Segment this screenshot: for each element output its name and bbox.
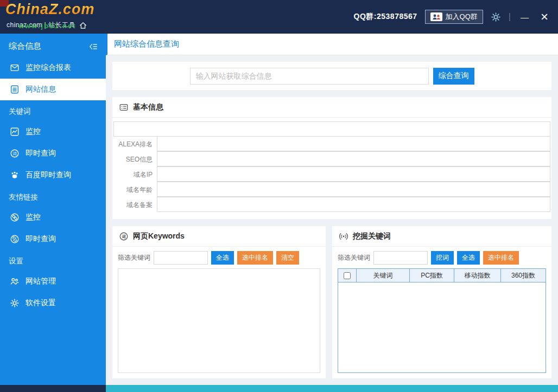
titlebar-controls: QQ群:253878567 加入QQ群 | — ×: [354, 10, 558, 24]
keyword-mining-panel: 挖掘关键词 筛选关键词 挖词 全选 选中排名: [332, 226, 551, 378]
qq-penguins-icon: [430, 12, 442, 21]
select-all-checkbox[interactable]: [344, 272, 351, 279]
minimize-button[interactable]: —: [518, 12, 531, 22]
column-header-pc-index[interactable]: PC指数: [410, 269, 454, 282]
mining-select-all-button[interactable]: 全选: [457, 251, 480, 265]
keywords-circle-icon: 词: [119, 232, 129, 241]
content: 综合查询 基本信息: [106, 55, 558, 385]
keywords-filter-label: 筛选关键词: [118, 253, 150, 262]
app-window: ChinaZ.com chinaz.com | 站长工具 www.jb51.ne…: [0, 0, 558, 392]
keyword-mining-header: 挖掘关键词: [332, 226, 551, 247]
sidebar-item-label: 监控: [26, 213, 41, 222]
domain-ip-field: [157, 166, 550, 182]
collapse-sidebar-icon[interactable]: [88, 42, 98, 51]
link-circle-icon: [10, 234, 20, 244]
domain-ip-label: 域名IP: [113, 167, 157, 182]
chart-monitor-icon: [10, 127, 20, 137]
basic-info-body: ALEXA排名 SEO信息 域名IP 域名年龄: [112, 118, 551, 219]
alexa-rank-label: ALEXA排名: [113, 137, 157, 152]
sidebar-item-baidu-instant-query[interactable]: 百度即时查询: [0, 164, 106, 186]
main-area: 网站综合信息查询 综合查询: [106, 34, 558, 385]
keywords-filter-input[interactable]: [154, 251, 208, 265]
sidebar-item-label: 即时查询: [26, 234, 56, 244]
sidebar-item-keyword-monitor[interactable]: 监控: [0, 121, 106, 143]
join-qq-group-button[interactable]: 加入QQ群: [425, 10, 483, 24]
domain-age-label: 域名年龄: [113, 182, 157, 197]
brand-logo-subtitle-text: chinaz.com | 站长工具: [7, 21, 75, 30]
bottom-strip: [0, 385, 558, 392]
basic-info-row: ALEXA排名: [113, 137, 550, 152]
comprehensive-query-button[interactable]: 综合查询: [433, 68, 474, 85]
sidebar-section-friend-links: 友情链接: [0, 186, 106, 207]
page-keywords-title: 网页Keywords: [133, 232, 185, 241]
keywords-selected-rank-button[interactable]: 选中排名: [237, 251, 273, 265]
link-square-icon: [10, 213, 20, 222]
word-circle-icon: 词: [10, 149, 20, 158]
sidebar-item-label: 即时查询: [26, 149, 56, 158]
home-icon[interactable]: [79, 21, 87, 30]
gear-icon: [10, 298, 20, 308]
basic-info-row: 域名备案: [113, 197, 550, 213]
join-qq-group-label: 加入QQ群: [446, 12, 478, 22]
keywords-list[interactable]: [118, 268, 320, 373]
site-url-input[interactable]: [190, 68, 429, 85]
sidebar-section-overview-label: 综合信息: [9, 41, 41, 52]
svg-text:词: 词: [12, 151, 16, 156]
sidebar-section-settings: 设置: [0, 250, 106, 271]
keywords-select-all-button[interactable]: 全选: [211, 251, 234, 265]
sidebar-item-software-settings[interactable]: 软件设置: [0, 292, 106, 314]
sidebar-section-overview: 综合信息: [0, 34, 106, 57]
mining-filter-label: 筛选关键词: [338, 253, 370, 262]
seo-info-label: SEO信息: [113, 152, 157, 167]
bottom-strip-right: [106, 385, 558, 392]
column-header-360-index[interactable]: 360指数: [501, 269, 546, 282]
mining-selected-rank-button[interactable]: 选中排名: [483, 251, 519, 265]
sidebar: 综合信息 监控综合报表: [0, 34, 106, 385]
domain-age-field: [157, 182, 550, 197]
close-button[interactable]: ×: [538, 10, 550, 23]
dig-words-button[interactable]: 挖词: [431, 251, 454, 265]
page-keywords-panel: 词 网页Keywords 筛选关键词 全选 选中排名 清空: [112, 226, 326, 378]
sidebar-item-label: 网站管理: [26, 277, 56, 286]
brand-logo-text: ChinaZ.com: [5, 1, 95, 18]
bottom-strip-left: [0, 385, 106, 392]
sidebar-item-keyword-instant-query[interactable]: 词 即时查询: [0, 143, 106, 164]
sidebar-item-links-monitor[interactable]: 监控: [0, 207, 106, 228]
basic-info-row: [113, 122, 550, 137]
site-summary-field: [113, 121, 550, 137]
sidebar-item-site-management[interactable]: 网站管理: [0, 271, 106, 292]
sidebar-item-label: 软件设置: [26, 298, 56, 308]
sidebar-item-links-instant-query[interactable]: 即时查询: [0, 228, 106, 250]
bottom-row: 词 网页Keywords 筛选关键词 全选 选中排名 清空: [112, 226, 551, 378]
keywords-clear-button[interactable]: 清空: [276, 251, 299, 265]
mining-table: 关键词 PC指数 移动指数 360指数: [338, 268, 546, 373]
column-header-mobile-index[interactable]: 移动指数: [454, 269, 501, 282]
sidebar-item-monitor-report[interactable]: 监控综合报表: [0, 57, 106, 79]
alexa-rank-field: [157, 136, 550, 151]
mining-filter-input[interactable]: [373, 251, 428, 265]
body-row: 综合信息 监控综合报表: [0, 34, 558, 385]
mining-table-body[interactable]: [338, 282, 546, 372]
mining-filter-row: 筛选关键词 挖词 全选 选中排名: [332, 247, 551, 268]
titlebar-divider: |: [509, 12, 511, 22]
settings-gear-icon[interactable]: [491, 12, 501, 22]
qq-group-number: QQ群:253878567: [354, 12, 417, 22]
site-info-list-icon: [10, 85, 20, 94]
broadcast-icon: [339, 232, 348, 241]
column-header-keyword[interactable]: 关键词: [357, 269, 410, 282]
sidebar-item-site-info[interactable]: 网站信息: [0, 79, 106, 100]
baidu-paw-icon: [10, 170, 20, 180]
basic-info-row: 域名IP: [113, 167, 550, 182]
basic-info-panel: 基本信息 ALEXA排名 SEO信息: [112, 97, 551, 219]
basic-info-title: 基本信息: [133, 102, 163, 112]
search-panel: 综合查询: [112, 62, 551, 90]
page-title-bar: 网站综合信息查询: [106, 34, 558, 55]
users-icon: [10, 277, 20, 286]
brand-logo-subtitle: chinaz.com | 站长工具: [7, 21, 87, 30]
logo: ChinaZ.com chinaz.com | 站长工具 www.jb51.ne…: [0, 0, 147, 34]
keyword-mining-title: 挖掘关键词: [353, 232, 391, 241]
basic-info-row: SEO信息: [113, 152, 550, 167]
icp-record-field: [157, 197, 550, 212]
basic-info-icon: [119, 102, 129, 112]
sidebar-item-label: 监控: [26, 127, 41, 137]
